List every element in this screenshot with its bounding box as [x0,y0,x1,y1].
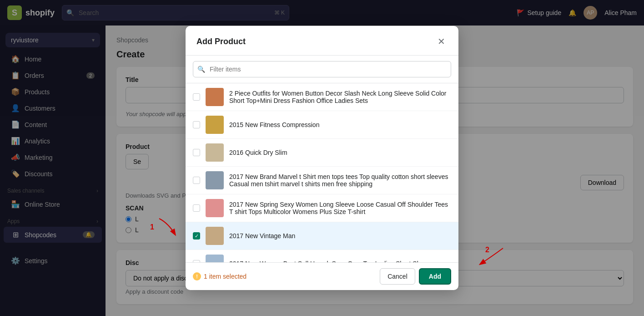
product-name: 2 Piece Outfits for Women Button Decor S… [229,90,451,104]
add-product-modal: Add Product ✕ 🔍 2 Piece Outfits for Wome… [186,26,458,290]
product-item[interactable]: 2015 New Fitness Compression [186,111,458,139]
product-name: 2017 New Brand Marvel t Shirt men tops t… [229,173,451,188]
product-item[interactable]: 2017 New Brand Marvel t Shirt men tops t… [186,167,458,194]
product-thumbnail [206,171,224,189]
product-thumbnail [206,255,224,262]
product-item[interactable]: 2017 New Women Best Sell U neck Sexy Cro… [186,250,458,262]
product-item[interactable]: ✓2017 New Vintage Man [186,222,458,250]
add-button[interactable]: Add [419,268,451,285]
product-thumbnail [206,199,224,217]
product-checkbox[interactable] [193,149,200,156]
product-item[interactable]: 2016 Quick Dry Slim [186,139,458,167]
modal-search-inner: 🔍 [193,61,451,77]
modal-close-button[interactable]: ✕ [435,35,448,48]
product-thumbnail [206,116,224,134]
modal-footer: ! 1 item selected Cancel Add [186,262,458,290]
product-thumbnail [206,143,224,162]
selected-info: ! 1 item selected [193,272,247,280]
modal-search-icon: 🔍 [197,66,205,73]
product-checkbox[interactable] [193,177,200,184]
product-item[interactable]: 2017 New Spring Sexy Women Long Sleeve L… [186,194,458,222]
product-name: 2016 Quick Dry Slim [229,149,451,156]
warning-icon: ! [193,272,201,280]
modal-product-list: 2 Piece Outfits for Women Button Decor S… [186,83,458,262]
modal-header: Add Product ✕ [186,26,458,56]
product-checkbox[interactable]: ✓ [193,232,200,240]
cancel-button[interactable]: Cancel [380,268,415,285]
product-name: 2017 New Vintage Man [229,232,451,240]
product-checkbox[interactable] [193,93,200,101]
product-checkbox[interactable] [193,204,200,212]
product-checkbox[interactable] [193,121,200,128]
product-thumbnail [206,227,224,245]
selected-count: 1 item selected [204,273,247,280]
product-thumbnail [206,88,224,106]
modal-overlay: Add Product ✕ 🔍 2 Piece Outfits for Wome… [0,0,644,316]
modal-filter-input[interactable] [193,61,451,77]
product-item[interactable]: 2 Piece Outfits for Women Button Decor S… [186,83,458,111]
product-name: 2017 New Spring Sexy Women Long Sleeve L… [229,201,451,215]
footer-buttons: Cancel Add [380,268,451,285]
modal-title: Add Product [196,37,246,46]
modal-search: 🔍 [186,56,458,83]
product-name: 2015 New Fitness Compression [229,121,451,128]
